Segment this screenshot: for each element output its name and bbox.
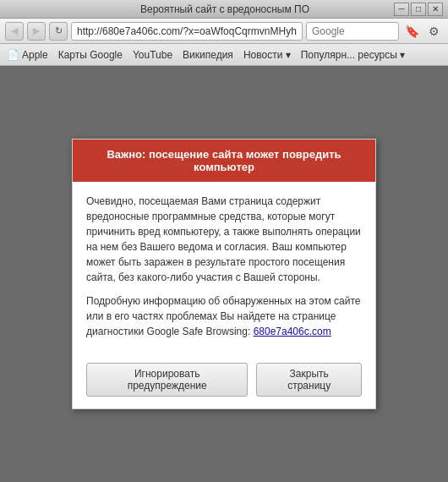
forward-button[interactable]: ▶ xyxy=(27,22,46,41)
bookmark-item[interactable]: Википедия xyxy=(183,49,233,61)
warning-header: Важно: посещение сайта может повредить к… xyxy=(73,140,375,182)
page-icon: 📄 xyxy=(7,49,19,61)
title-bar: Вероятный сайт с вредоносным ПО ─ □ ✕ xyxy=(0,0,448,19)
minimize-button[interactable]: ─ xyxy=(394,3,409,16)
maximize-button[interactable]: □ xyxy=(411,3,426,16)
close-button[interactable]: ✕ xyxy=(428,3,443,16)
warning-text-1: Очевидно, посещаемая Вами страница содер… xyxy=(86,194,362,285)
warning-text-2: Подробную информацию об обнаруженных на … xyxy=(86,293,362,339)
ignore-warning-button[interactable]: Игнорировать предупреждение xyxy=(86,363,248,397)
bookmark-item[interactable]: Популярн... ресурсы ▾ xyxy=(301,49,406,61)
warning-body: Очевидно, посещаемая Вами страница содер… xyxy=(73,182,375,356)
warning-link[interactable]: 680e7a406c.com xyxy=(254,326,331,337)
settings-icon[interactable]: ⚙ xyxy=(424,22,443,41)
bookmark-item[interactable]: 📄 Apple xyxy=(7,49,48,61)
bookmark-icon[interactable]: 🔖 xyxy=(402,22,421,41)
window-controls: ─ □ ✕ xyxy=(394,3,443,16)
warning-title: Важно: посещение сайта может повредить к… xyxy=(107,148,341,173)
warning-dialog: Важно: посещение сайта может повредить к… xyxy=(72,139,376,409)
warning-buttons: Игнорировать предупреждение Закрыть стра… xyxy=(73,356,375,408)
page-content: Важно: посещение сайта может повредить к… xyxy=(0,66,448,482)
bookmark-item[interactable]: Карты Google xyxy=(58,49,123,61)
close-page-button[interactable]: Закрыть страницу xyxy=(256,363,362,397)
address-bar[interactable] xyxy=(71,22,303,41)
back-button[interactable]: ◀ xyxy=(5,22,24,41)
bookmark-item[interactable]: YouTube xyxy=(133,49,172,61)
bookmarks-bar: 📄 Apple Карты Google YouTube Википедия Н… xyxy=(0,44,448,66)
reload-button[interactable]: ↻ xyxy=(49,22,68,41)
window-title: Вероятный сайт с вредоносным ПО xyxy=(56,3,394,15)
navigation-bar: ◀ ▶ ↻ 🔖 ⚙ xyxy=(0,19,448,44)
search-input[interactable] xyxy=(306,22,399,41)
bookmark-item[interactable]: Новости ▾ xyxy=(243,49,291,61)
